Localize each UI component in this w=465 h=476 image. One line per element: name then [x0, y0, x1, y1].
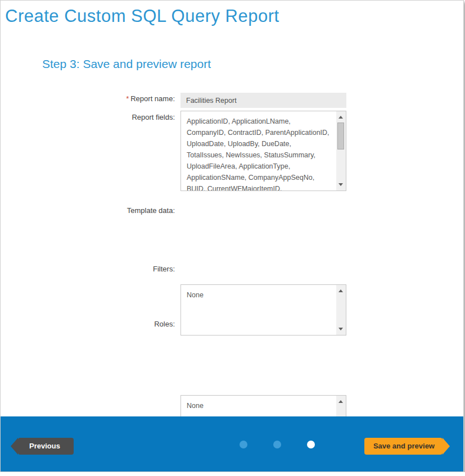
previous-button[interactable]: Previous	[18, 438, 74, 455]
report-name-label: *Report name:	[1, 94, 175, 103]
scrollbar-thumb[interactable]	[337, 123, 344, 149]
save-and-preview-button[interactable]: Save and preview	[364, 438, 443, 455]
filters-label: Filters:	[1, 265, 175, 273]
scroll-down-icon[interactable]	[338, 183, 343, 186]
step-dot-1[interactable]	[240, 441, 247, 448]
report-name-input[interactable]	[180, 93, 346, 108]
template-data-box[interactable]: None	[180, 284, 346, 336]
report-name-label-text: Report name:	[130, 94, 175, 103]
wizard-page: Create Custom SQL Query Report Step 3: S…	[0, 0, 464, 472]
filters-text: None	[181, 396, 346, 411]
scrollbar[interactable]	[336, 111, 346, 191]
report-fields-box[interactable]: ApplicationID, ApplicationLName, Company…	[180, 111, 346, 191]
required-asterisk: *	[126, 94, 129, 103]
wizard-footer-bar: Previous Save and preview	[1, 416, 463, 472]
step-dot-2[interactable]	[273, 441, 281, 448]
scroll-up-icon[interactable]	[338, 289, 343, 292]
report-fields-label: Report fields:	[1, 113, 175, 121]
page-title: Create Custom SQL Query Report	[5, 6, 279, 26]
scrollbar[interactable]	[336, 285, 346, 335]
step-dot-3[interactable]	[307, 441, 315, 448]
step-heading: Step 3: Save and preview report	[42, 57, 211, 71]
template-data-text: None	[181, 285, 346, 301]
roles-label: Roles:	[1, 320, 175, 328]
scroll-down-icon[interactable]	[338, 328, 343, 330]
scroll-up-icon[interactable]	[338, 116, 343, 119]
report-fields-text: ApplicationID, ApplicationLName, Company…	[181, 111, 346, 191]
template-data-label: Template data:	[1, 206, 175, 215]
step-indicator	[240, 441, 315, 448]
scroll-up-icon[interactable]	[338, 400, 343, 403]
